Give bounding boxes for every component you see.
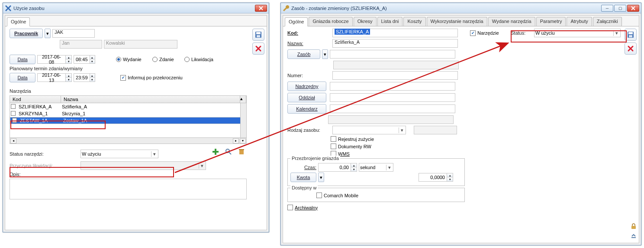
pracownik-button[interactable]: Pracownik [10, 29, 43, 38]
tab-ogolne[interactable]: Ogólne [7, 17, 30, 26]
czas-label: Czas: [290, 165, 316, 170]
tabstrip-right: Ogólne Gniazda robocze Okresy Lista dni … [283, 16, 639, 26]
tab-wydane[interactable]: Wydane narzędzia [488, 17, 535, 26]
svg-rect-4 [213, 151, 219, 153]
date1-input[interactable]: 2017-06-08▴▾ [37, 55, 72, 64]
pracownik-code-input[interactable]: JAK [52, 29, 95, 38]
status-select-r[interactable]: W użyciu▾ [534, 29, 621, 37]
dostepny-title: Dostępny w [290, 185, 318, 190]
tab-ogolne-r[interactable]: Ogólne [285, 17, 308, 26]
list-body: SZLIFIERKA_A Szlifierka_A SKRZYNIA_1 Skr… [10, 103, 247, 138]
tab-koszty[interactable]: Koszty [403, 17, 425, 26]
kod-label: Kod: [287, 30, 331, 36]
window-minimize-button[interactable]: ─ [601, 5, 613, 12]
opis-textarea[interactable] [10, 179, 247, 199]
czas-input[interactable]: 0,00▴▾ [318, 163, 357, 172]
tab-wykorzystanie[interactable]: Wykorzystanie narzędzia [427, 17, 487, 26]
row-chk1: Rejestruj zużycie [331, 136, 621, 142]
radio-likwidacja[interactable]: Likwidacja [184, 57, 219, 62]
row-nadrzedny: Nadrzędny [287, 82, 621, 91]
czas-unit-select[interactable]: sekund▾ [359, 163, 393, 172]
row-zasob2 [333, 61, 621, 69]
comarch-checkbox[interactable]: Comarch Mobile [316, 193, 358, 198]
kwota-input[interactable]: 0,0000▴▾ [419, 173, 453, 182]
zasob-input-2 [333, 61, 459, 69]
window-close-button-right[interactable] [627, 5, 639, 12]
row-nazwa: Nazwa: Szlifierka_A [287, 39, 621, 48]
narzedzie-checkbox[interactable]: ✔Narzędzie [470, 30, 505, 36]
lock-button[interactable] [630, 223, 637, 231]
app-icon [5, 5, 12, 12]
kod-input[interactable]: SZLIFIERKA_A [332, 29, 458, 37]
zasob-button[interactable]: Zasób [287, 49, 320, 59]
numer-input[interactable] [332, 71, 458, 80]
tab-okresy[interactable]: Okresy [354, 17, 377, 26]
time2-input[interactable]: 23:59▴▾ [74, 73, 95, 82]
przyczyna-label: Przyczyna likwidacji: [10, 163, 79, 168]
status-label: Status narzędzi: [10, 151, 79, 157]
kalendarz-input[interactable] [330, 104, 455, 113]
nadrzedny-button[interactable]: Nadrzędny [287, 82, 326, 91]
kwota-drop[interactable]: ▾ [318, 173, 324, 182]
tab-listadni[interactable]: Lista dni [377, 17, 403, 26]
col-kod[interactable]: Kod [10, 96, 61, 103]
rejestruj-checkbox[interactable]: Rejestruj zużycie [331, 136, 374, 142]
window-close-button[interactable] [255, 5, 267, 12]
collapse-button[interactable] [630, 232, 637, 240]
kwota-button[interactable]: Kwota [290, 173, 316, 182]
row-date1: Data 2017-06-08▴▾ 08:45▴▾ Wydanie Zdanie… [10, 55, 249, 64]
row-pracownik: Pracownik ▾ JAK [10, 29, 249, 38]
tab-parametry[interactable]: Parametry [536, 17, 566, 26]
table-row[interactable]: SKRZYNIA_1 Skrzynia_1 [10, 110, 246, 117]
svg-line-6 [229, 152, 231, 154]
tab-gniazda[interactable]: Gniazda robocze [309, 17, 352, 26]
pracownik-dropdown-button[interactable]: ▾ [45, 29, 51, 38]
scroll-up-button[interactable]: ▴ [240, 96, 246, 103]
archiwalny-checkbox[interactable]: Archiwalny [287, 205, 318, 210]
col-nazwa[interactable]: Nazwa [61, 96, 240, 103]
svg-rect-10 [628, 32, 633, 34]
row-rodzaj: Rodzaj zasobu: ▾ [287, 126, 621, 134]
add-button[interactable] [212, 148, 223, 160]
save-button-r[interactable] [625, 29, 637, 41]
data-button-1[interactable]: Data [10, 55, 35, 64]
vscroll[interactable] [240, 103, 246, 137]
date2-input[interactable]: 2017-06-13▴▾ [37, 73, 72, 82]
table-row-selected[interactable]: ZESTAW_1A Zestaw_1A [10, 117, 246, 124]
nadrzedny-input[interactable] [330, 82, 455, 91]
rodzaj-select[interactable]: ▾ [332, 126, 406, 134]
hscroll[interactable]: ◂▸ ▾ [10, 138, 247, 144]
time1-input[interactable]: 08:45▴▾ [74, 55, 95, 64]
oddzial-button[interactable]: Oddział [287, 93, 326, 102]
nazwa-input[interactable]: Szlifierka_A [332, 39, 458, 48]
row-oddzial: Oddział [287, 93, 621, 102]
rodzaj-ro [414, 126, 457, 134]
row-date2: Data 2017-06-13▴▾ 23:59▴▾ ✔Informuj po p… [10, 73, 249, 82]
tab-zalaczniki[interactable]: Załączniki [593, 17, 622, 26]
row-przyczyna: Przyczyna likwidacji: ▾ [10, 161, 249, 170]
informuj-checkbox[interactable]: ✔Informuj po przekroczeniu [120, 75, 183, 81]
oddzial-input[interactable] [330, 93, 455, 102]
save-button[interactable] [252, 29, 264, 41]
table-row[interactable]: SZLIFIERKA_A Szlifierka_A [10, 103, 246, 110]
kalendarz-button[interactable]: Kalendarz [287, 104, 326, 114]
svg-rect-8 [239, 149, 244, 150]
status-select[interactable]: W użyciu▾ [80, 150, 158, 158]
row-numer: Numer: [287, 71, 621, 80]
radio-zdanie[interactable]: Zdanie [152, 57, 183, 62]
close-button-r[interactable] [625, 42, 637, 55]
row-kalendarz: Kalendarz [287, 104, 621, 114]
zasob-drop[interactable]: ▾ [322, 49, 328, 59]
search-button[interactable] [225, 148, 236, 160]
zasob-input[interactable] [330, 50, 455, 59]
window-maximize-button[interactable]: ▢ [614, 5, 626, 12]
group-przezbrojenie: Przezbrojenie gniazda Czas: 0,00▴▾ sekun… [287, 158, 465, 186]
delete-button[interactable] [238, 148, 249, 160]
tab-atrybuty[interactable]: Atrybuty [567, 17, 592, 26]
close-button[interactable] [252, 42, 264, 55]
rodzaj-label: Rodzaj zasobu: [287, 127, 331, 133]
svg-rect-2 [257, 35, 260, 37]
data-button-2[interactable]: Data [10, 73, 35, 82]
radio-wydanie[interactable]: Wydanie [116, 57, 151, 62]
dokumenty-checkbox[interactable]: Dokumenty RW [331, 144, 371, 149]
